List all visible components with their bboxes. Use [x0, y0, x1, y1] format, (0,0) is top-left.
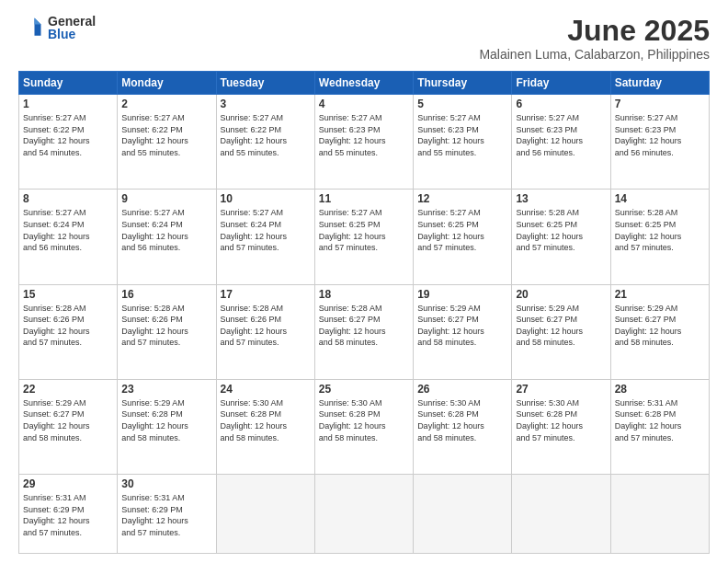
day-info: Sunrise: 5:31 AM Sunset: 6:29 PM Dayligh… [23, 492, 113, 538]
day-info: Sunrise: 5:27 AM Sunset: 6:24 PM Dayligh… [221, 207, 311, 253]
table-row: 23Sunrise: 5:29 AM Sunset: 6:28 PM Dayli… [118, 379, 216, 474]
main-title: June 2025 [479, 15, 710, 47]
day-number: 15 [23, 288, 113, 301]
day-number: 6 [516, 98, 606, 110]
day-info: Sunrise: 5:30 AM Sunset: 6:28 PM Dayligh… [516, 397, 606, 443]
table-row: 15Sunrise: 5:28 AM Sunset: 6:26 PM Dayli… [19, 284, 118, 379]
header: General Blue June 2025 Malainen Luma, Ca… [18, 15, 710, 62]
day-number: 13 [516, 192, 606, 205]
day-info: Sunrise: 5:29 AM Sunset: 6:27 PM Dayligh… [23, 397, 113, 443]
day-number: 25 [319, 383, 409, 396]
day-number: 9 [121, 192, 211, 205]
day-number: 29 [23, 477, 113, 490]
day-info: Sunrise: 5:28 AM Sunset: 6:26 PM Dayligh… [221, 303, 311, 349]
title-block: June 2025 Malainen Luma, Calabarzon, Phi… [479, 15, 710, 62]
logo-general: General [48, 15, 96, 28]
day-number: 27 [516, 383, 606, 396]
table-row: 13Sunrise: 5:28 AM Sunset: 6:25 PM Dayli… [512, 190, 610, 284]
table-row: 28Sunrise: 5:31 AM Sunset: 6:28 PM Dayli… [610, 379, 709, 474]
day-number: 28 [615, 383, 705, 396]
day-info: Sunrise: 5:27 AM Sunset: 6:22 PM Dayligh… [221, 112, 311, 158]
day-number: 7 [615, 98, 705, 110]
table-row: 10Sunrise: 5:27 AM Sunset: 6:24 PM Dayli… [216, 190, 314, 284]
day-number: 8 [23, 192, 113, 205]
day-info: Sunrise: 5:27 AM Sunset: 6:22 PM Dayligh… [23, 112, 113, 158]
table-row: 27Sunrise: 5:30 AM Sunset: 6:28 PM Dayli… [512, 379, 610, 474]
table-row [414, 474, 512, 553]
day-number: 14 [615, 192, 705, 205]
table-row: 11Sunrise: 5:27 AM Sunset: 6:25 PM Dayli… [314, 190, 413, 284]
day-number: 5 [417, 98, 507, 110]
day-number: 11 [319, 192, 409, 205]
table-row: 29Sunrise: 5:31 AM Sunset: 6:29 PM Dayli… [19, 474, 118, 553]
day-info: Sunrise: 5:28 AM Sunset: 6:26 PM Dayligh… [23, 303, 113, 349]
table-row: 1Sunrise: 5:27 AM Sunset: 6:22 PM Daylig… [19, 95, 118, 190]
table-row [610, 474, 709, 553]
day-number: 21 [615, 288, 705, 301]
table-row [216, 474, 314, 553]
table-row: 24Sunrise: 5:30 AM Sunset: 6:28 PM Dayli… [216, 379, 314, 474]
logo: General Blue [18, 15, 96, 40]
day-number: 19 [417, 288, 507, 301]
table-row: 25Sunrise: 5:30 AM Sunset: 6:28 PM Dayli… [314, 379, 413, 474]
table-row: 12Sunrise: 5:27 AM Sunset: 6:25 PM Dayli… [414, 190, 512, 284]
day-info: Sunrise: 5:27 AM Sunset: 6:25 PM Dayligh… [319, 207, 409, 253]
table-row: 19Sunrise: 5:29 AM Sunset: 6:27 PM Dayli… [414, 284, 512, 379]
logo-icon [18, 15, 44, 40]
page: General Blue June 2025 Malainen Luma, Ca… [0, 0, 728, 563]
day-number: 16 [121, 288, 211, 301]
day-info: Sunrise: 5:30 AM Sunset: 6:28 PM Dayligh… [417, 397, 507, 443]
sub-title: Malainen Luma, Calabarzon, Philippines [479, 47, 710, 62]
table-row: 21Sunrise: 5:29 AM Sunset: 6:27 PM Dayli… [610, 284, 709, 379]
table-row: 9Sunrise: 5:27 AM Sunset: 6:24 PM Daylig… [118, 190, 216, 284]
day-info: Sunrise: 5:27 AM Sunset: 6:23 PM Dayligh… [319, 112, 409, 158]
day-number: 18 [319, 288, 409, 301]
table-row: 7Sunrise: 5:27 AM Sunset: 6:23 PM Daylig… [610, 95, 709, 190]
table-row: 16Sunrise: 5:28 AM Sunset: 6:26 PM Dayli… [118, 284, 216, 379]
day-number: 2 [121, 98, 211, 110]
day-info: Sunrise: 5:27 AM Sunset: 6:23 PM Dayligh… [417, 112, 507, 158]
day-info: Sunrise: 5:29 AM Sunset: 6:27 PM Dayligh… [516, 303, 606, 349]
day-info: Sunrise: 5:27 AM Sunset: 6:23 PM Dayligh… [615, 112, 705, 158]
day-number: 12 [417, 192, 507, 205]
table-row [512, 474, 610, 553]
col-tuesday: Tuesday [216, 72, 314, 95]
logo-text: General Blue [48, 15, 96, 40]
calendar-table: Sunday Monday Tuesday Wednesday Thursday… [18, 71, 710, 554]
table-row [314, 474, 413, 553]
day-info: Sunrise: 5:31 AM Sunset: 6:28 PM Dayligh… [615, 397, 705, 443]
col-monday: Monday [118, 72, 216, 95]
day-info: Sunrise: 5:27 AM Sunset: 6:24 PM Dayligh… [23, 207, 113, 253]
day-number: 17 [221, 288, 311, 301]
table-row: 3Sunrise: 5:27 AM Sunset: 6:22 PM Daylig… [216, 95, 314, 190]
day-number: 3 [221, 98, 311, 110]
day-info: Sunrise: 5:30 AM Sunset: 6:28 PM Dayligh… [221, 397, 311, 443]
day-info: Sunrise: 5:27 AM Sunset: 6:25 PM Dayligh… [417, 207, 507, 253]
table-row: 14Sunrise: 5:28 AM Sunset: 6:25 PM Dayli… [610, 190, 709, 284]
table-row: 22Sunrise: 5:29 AM Sunset: 6:27 PM Dayli… [19, 379, 118, 474]
day-number: 22 [23, 383, 113, 396]
logo-blue: Blue [48, 28, 96, 40]
day-number: 30 [121, 477, 211, 490]
table-row: 18Sunrise: 5:28 AM Sunset: 6:27 PM Dayli… [314, 284, 413, 379]
table-row: 20Sunrise: 5:29 AM Sunset: 6:27 PM Dayli… [512, 284, 610, 379]
svg-marker-1 [35, 18, 41, 25]
day-info: Sunrise: 5:31 AM Sunset: 6:29 PM Dayligh… [121, 492, 211, 538]
table-row: 17Sunrise: 5:28 AM Sunset: 6:26 PM Dayli… [216, 284, 314, 379]
col-thursday: Thursday [414, 72, 512, 95]
day-info: Sunrise: 5:30 AM Sunset: 6:28 PM Dayligh… [319, 397, 409, 443]
header-row: Sunday Monday Tuesday Wednesday Thursday… [19, 72, 710, 95]
col-wednesday: Wednesday [314, 72, 413, 95]
table-row: 8Sunrise: 5:27 AM Sunset: 6:24 PM Daylig… [19, 190, 118, 284]
col-saturday: Saturday [610, 72, 709, 95]
day-number: 10 [221, 192, 311, 205]
day-info: Sunrise: 5:28 AM Sunset: 6:25 PM Dayligh… [516, 207, 606, 253]
day-number: 23 [121, 383, 211, 396]
col-sunday: Sunday [19, 72, 118, 95]
day-info: Sunrise: 5:27 AM Sunset: 6:22 PM Dayligh… [121, 112, 211, 158]
day-number: 26 [417, 383, 507, 396]
day-info: Sunrise: 5:28 AM Sunset: 6:25 PM Dayligh… [615, 207, 705, 253]
day-number: 1 [23, 98, 113, 110]
day-info: Sunrise: 5:29 AM Sunset: 6:27 PM Dayligh… [615, 303, 705, 349]
table-row: 5Sunrise: 5:27 AM Sunset: 6:23 PM Daylig… [414, 95, 512, 190]
